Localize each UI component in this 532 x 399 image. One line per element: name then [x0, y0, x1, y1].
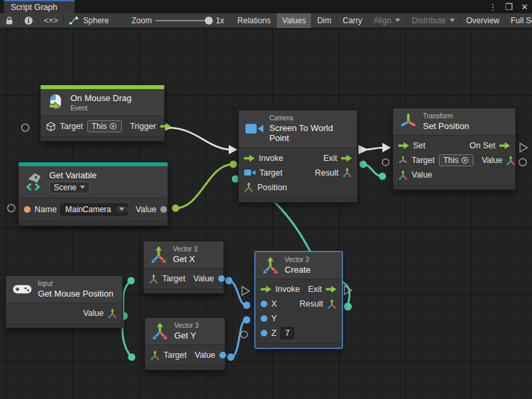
- vector3-port-icon[interactable]: [398, 170, 408, 180]
- node-get-mouse-position[interactable]: Input Get Mouse Position Value: [5, 275, 123, 329]
- vector3-port-icon[interactable]: [150, 350, 160, 360]
- graph-canvas[interactable]: On Mouse Drag Event Target This Trigger: [0, 28, 532, 399]
- node-set-position[interactable]: Transform Set Position Set On Set Target…: [392, 108, 516, 190]
- vector3-port-icon[interactable]: [244, 182, 253, 192]
- node-body: Invoke Exit Target Result Position: [239, 148, 357, 198]
- z-input-port[interactable]: [261, 330, 267, 336]
- wire-endpoint-dot: [230, 161, 237, 168]
- get-variable-icon: [25, 173, 43, 191]
- carry-button[interactable]: Carry: [337, 13, 368, 28]
- x-input-port[interactable]: [261, 301, 267, 307]
- info-button[interactable]: [19, 13, 39, 28]
- node-get-variable[interactable]: Get Variable Scene Name MainCamera: [18, 162, 168, 226]
- align-dropdown[interactable]: Align: [368, 13, 407, 28]
- button-label: Relations: [237, 16, 271, 25]
- flow-output-port[interactable]: [499, 142, 510, 150]
- field-value: 7: [285, 329, 290, 338]
- port-label-x: X: [271, 299, 277, 309]
- node-footer: [255, 343, 342, 348]
- field-value: This: [92, 122, 107, 131]
- chevron-down-icon: [80, 186, 85, 189]
- chevron-down-icon: [119, 207, 124, 211]
- edit-graph-button[interactable]: <×>: [39, 13, 64, 28]
- name-input-port[interactable]: [24, 206, 31, 213]
- maximize-icon[interactable]: ❐: [504, 2, 513, 12]
- wire-endpoint-dot: [128, 354, 136, 361]
- value-output-port[interactable]: [219, 352, 226, 358]
- gameobject-cube-icon[interactable]: [46, 122, 56, 132]
- flow-input-port[interactable]: [244, 154, 255, 162]
- values-button[interactable]: Values: [277, 13, 312, 28]
- y-input-port[interactable]: [261, 315, 267, 322]
- button-label: Full Screen: [511, 16, 532, 25]
- zoom-slider[interactable]: [156, 20, 211, 21]
- node-header: Get Variable Scene: [19, 166, 168, 198]
- target-this-field[interactable]: This: [87, 120, 122, 132]
- tab-script-graph[interactable]: Script Graph: [4, 0, 74, 13]
- value-output-port[interactable]: [218, 275, 225, 282]
- node-vector3-create[interactable]: Vector 3 Create Invoke Exit X Result: [255, 251, 342, 348]
- camera-port-icon[interactable]: [244, 169, 255, 176]
- node-footer: [239, 198, 357, 202]
- node-body: Target Value: [144, 268, 223, 289]
- variable-name-field[interactable]: MainCamera: [61, 203, 128, 215]
- target-this-field[interactable]: This: [439, 154, 474, 166]
- node-header: Transform Set Position: [393, 108, 515, 135]
- unconnected-port-circle: [241, 331, 247, 338]
- vector3-port-icon[interactable]: [342, 168, 352, 178]
- vector3-port-icon[interactable]: [327, 299, 336, 309]
- flow-input-port[interactable]: [261, 285, 271, 293]
- node-category: Vector 3: [285, 256, 311, 264]
- value-output-port[interactable]: [160, 206, 167, 213]
- node-get-x[interactable]: Vector 3 Get X Target Value: [143, 241, 224, 294]
- node-footer: [145, 365, 225, 370]
- port-label-value: Value: [136, 205, 156, 214]
- vector3-port-icon[interactable]: [506, 156, 515, 166]
- wire-end-arrow-icon: [229, 145, 237, 154]
- node-body: Set On Set Target This Value: [393, 135, 515, 185]
- wire-endpoint-dot: [172, 205, 180, 212]
- overview-button[interactable]: Overview: [461, 13, 505, 28]
- field-value: MainCamera: [65, 205, 111, 214]
- z-value-field[interactable]: 7: [281, 327, 295, 339]
- zoom-value: 1x: [215, 16, 224, 25]
- port-label-exit: Exit: [308, 285, 322, 294]
- node-header: Vector 3 Get X: [144, 241, 223, 268]
- transform-port-icon[interactable]: [398, 156, 408, 165]
- full-screen-button[interactable]: Full Screen: [505, 13, 532, 28]
- node-body: Invoke Exit X Result Y: [255, 279, 342, 343]
- flow-output-port[interactable]: [160, 122, 171, 130]
- port-label-y: Y: [271, 314, 277, 323]
- wire-end-arrow-icon: [382, 143, 391, 152]
- port-label-set: Set: [413, 141, 426, 150]
- field-value: This: [444, 156, 459, 165]
- close-icon[interactable]: ✕: [520, 2, 529, 12]
- vector3-port-icon[interactable]: [149, 274, 158, 284]
- variable-scope-dropdown[interactable]: Scene: [49, 182, 90, 194]
- flow-output-port[interactable]: [326, 285, 336, 293]
- node-on-mouse-drag[interactable]: On Mouse Drag Event Target This Trigger: [40, 84, 165, 142]
- port-label-value: Value: [195, 350, 215, 360]
- node-footer: [41, 136, 164, 141]
- unconnected-port-triangle: [520, 144, 527, 152]
- variable-picker-button[interactable]: [115, 206, 128, 212]
- chevron-down-icon: [395, 19, 400, 22]
- flow-input-port[interactable]: [398, 142, 409, 150]
- dim-button[interactable]: Dim: [312, 13, 337, 28]
- window-menu-icon[interactable]: ⋮: [488, 2, 497, 12]
- port-label-target: Target: [164, 350, 187, 360]
- node-header: Input Get Mouse Position: [6, 276, 122, 303]
- node-title: Get Mouse Position: [38, 289, 113, 299]
- node-header: Vector 3 Get Y: [145, 318, 225, 344]
- flow-output-port[interactable]: [341, 154, 352, 162]
- distribute-dropdown[interactable]: Distribute: [406, 13, 461, 28]
- relations-button[interactable]: Relations: [232, 13, 277, 28]
- node-screen-to-world-point[interactable]: Camera Screen To World Point Invoke Exit…: [238, 110, 358, 203]
- node-title: Get Variable: [49, 170, 96, 181]
- zoom-slider-handle[interactable]: [205, 17, 213, 25]
- vector3-port-icon[interactable]: [108, 309, 117, 319]
- lock-button[interactable]: [0, 13, 19, 28]
- graph-breadcrumb[interactable]: Sphere: [64, 13, 114, 28]
- node-title: Get Y: [174, 331, 199, 341]
- node-get-y[interactable]: Vector 3 Get Y Target Value: [144, 317, 225, 370]
